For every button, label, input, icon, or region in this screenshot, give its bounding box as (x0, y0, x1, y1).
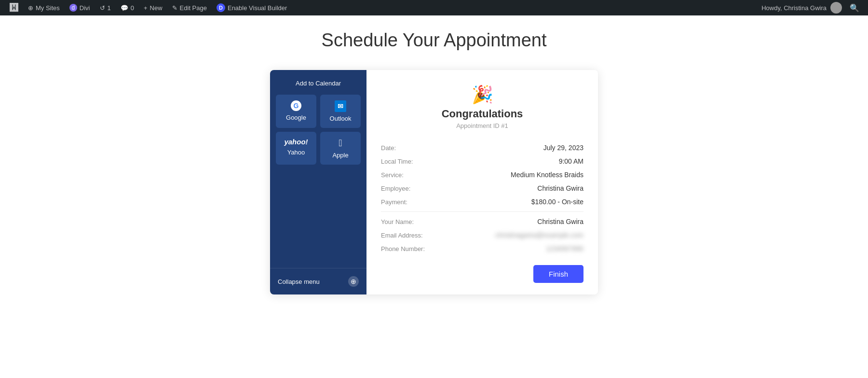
enable-visual-builder-item[interactable]: D Enable Visual Builder (212, 0, 292, 15)
email-value: christinagwira@example.com (448, 228, 583, 242)
employee-label: Employee: (381, 182, 448, 195)
apple-label: Apple (332, 152, 348, 159)
new-item[interactable]: + New (139, 0, 167, 15)
yahoo-icon: yahoo! (284, 138, 308, 146)
confirmation-panel: 🎉 Congratulations Appointment ID #1 Date… (366, 70, 598, 294)
appointment-widget: Add to Calendar G Google ✉ Ou (270, 70, 598, 294)
finish-row: Finish (381, 265, 583, 283)
enable-visual-builder-label: Enable Visual Builder (228, 4, 287, 12)
howdy-greeting: Howdy, Christina Gwira (761, 4, 827, 12)
table-row: Email Address: christinagwira@example.co… (381, 228, 583, 242)
collapse-circle-icon: ⊕ (348, 276, 359, 287)
edit-icon: ✎ (172, 4, 177, 12)
table-row: Your Name: Christina Gwira (381, 215, 583, 228)
calendar-buttons: G Google ✉ Outlook yahoo! (270, 95, 366, 165)
appointment-id: Appointment ID #1 (381, 122, 583, 129)
payment-value: $180.00 - On-site (448, 195, 583, 209)
table-row: Payment: $180.00 - On-site (381, 195, 583, 209)
outlook-label: Outlook (330, 115, 352, 122)
divi-icon: d (69, 4, 77, 12)
comments-count: 0 (131, 4, 134, 12)
adminbar-right: Howdy, Christina Gwira 🔍 (761, 2, 863, 14)
table-row: Employee: Christina Gwira (381, 182, 583, 195)
table-row: Date: July 29, 2023 (381, 141, 583, 154)
divi-item[interactable]: d Divi (65, 0, 95, 15)
search-icon[interactable]: 🔍 (846, 3, 863, 13)
page-title: Schedule Your Appointment (10, 30, 858, 51)
table-row: Local Time: 9:00 AM (381, 154, 583, 168)
my-sites-icon: ⊕ (28, 4, 33, 12)
your-name-label: Your Name: (381, 215, 448, 228)
revisions-item[interactable]: ↺ 1 (95, 0, 116, 15)
local-time-value: 9:00 AM (448, 154, 583, 168)
comments-item[interactable]: 💬 0 (116, 0, 139, 15)
wp-logo-item[interactable]: 🆆 (5, 0, 23, 15)
yahoo-label: Yahoo (287, 149, 305, 156)
apple-icon:  (339, 138, 342, 149)
outlook-icon: ✉ (335, 100, 346, 112)
your-name-value: Christina Gwira (448, 215, 583, 228)
finish-button[interactable]: Finish (533, 265, 583, 283)
add-to-calendar-title: Add to Calendar (270, 80, 366, 87)
new-icon: + (144, 4, 148, 12)
wp-logo-icon: 🆆 (10, 3, 18, 13)
local-time-label: Local Time: (381, 154, 448, 168)
revisions-icon: ↺ (100, 4, 105, 12)
main-content: Schedule Your Appointment Add to Calenda… (0, 0, 868, 294)
google-calendar-button[interactable]: G Google (276, 95, 316, 128)
phone-label: Phone Number: (381, 242, 448, 255)
outlook-calendar-button[interactable]: ✉ Outlook (320, 95, 361, 128)
edit-page-label: Edit Page (180, 4, 207, 12)
collapse-menu-label: Collapse menu (278, 278, 320, 285)
edit-page-item[interactable]: ✎ Edit Page (167, 0, 212, 15)
table-row: Service: Medium Knotless Braids (381, 168, 583, 182)
my-sites-label: My Sites (36, 4, 60, 12)
email-label: Email Address: (381, 228, 448, 242)
party-emoji: 🎉 (381, 84, 583, 105)
divi-label: Divi (80, 4, 90, 12)
date-value: July 29, 2023 (448, 141, 583, 154)
divi-d-icon: D (217, 3, 225, 12)
comments-icon: 💬 (121, 4, 128, 12)
employee-value: Christina Gwira (448, 182, 583, 195)
service-label: Service: (381, 168, 448, 182)
admin-bar: 🆆 ⊕ My Sites d Divi ↺ 1 💬 0 + New ✎ Edit… (0, 0, 868, 15)
new-label: New (150, 4, 163, 12)
payment-label: Payment: (381, 195, 448, 209)
table-row: Phone Number: 1234567890 (381, 242, 583, 255)
yahoo-calendar-button[interactable]: yahoo! Yahoo (276, 132, 316, 165)
date-label: Date: (381, 141, 448, 154)
calendar-sidebar: Add to Calendar G Google ✉ Ou (270, 70, 366, 294)
google-label: Google (286, 114, 306, 121)
service-value: Medium Knotless Braids (448, 168, 583, 182)
avatar (830, 2, 842, 14)
apple-calendar-button[interactable]:  Apple (320, 132, 361, 165)
collapse-menu-button[interactable]: Collapse menu ⊕ (270, 268, 366, 294)
revisions-count: 1 (108, 4, 111, 12)
google-icon: G (291, 100, 301, 111)
congratulations-title: Congratulations (381, 108, 583, 120)
phone-value: 1234567890 (448, 242, 583, 255)
my-sites-item[interactable]: ⊕ My Sites (23, 0, 65, 15)
congratulations-section: 🎉 Congratulations Appointment ID #1 (381, 84, 583, 129)
appointment-details-table: Date: July 29, 2023 Local Time: 9:00 AM … (381, 141, 583, 255)
divider-row (381, 209, 583, 215)
